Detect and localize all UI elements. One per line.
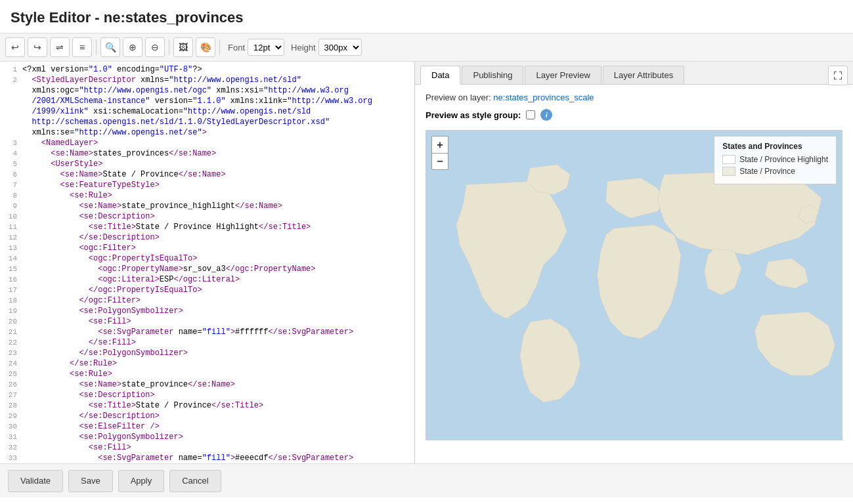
undo-button[interactable]: ↩ [5, 37, 25, 57]
zoom-out-map-button[interactable]: − [431, 153, 448, 170]
code-line: 22 </se:Fill> [0, 337, 414, 348]
zoom-in-button[interactable]: ⊕ [123, 37, 142, 57]
code-line: 3 <NamedLayer> [0, 138, 414, 148]
cancel-button[interactable]: Cancel [169, 470, 221, 492]
separator-3 [219, 39, 220, 55]
code-line: 32 <se:Fill> [0, 442, 414, 453]
validate-button[interactable]: Validate [8, 470, 63, 492]
separator-1 [96, 39, 97, 55]
style-group-checkbox[interactable] [526, 110, 535, 119]
preview-panel: Data Publishing Layer Preview Layer Attr… [415, 62, 853, 463]
style-group-label: Preview as style group: [426, 110, 521, 120]
code-line: xmlns:se="http://www.opengis.net/se"> [0, 127, 414, 138]
code-line: 31 <se:PolygonSymbolizer> [0, 432, 414, 442]
legend-label-highlight: State / Province Highlight [739, 155, 828, 164]
footer-bar: Validate Save Apply Cancel [0, 463, 853, 497]
fullscreen-icon [833, 71, 842, 80]
code-line: 24 </se:Rule> [0, 358, 414, 369]
toolbar: ↩ ↪ ⇌ ≡ 🔍 ⊕ ⊖ 🖼 🎨 Font 12pt 10pt 14pt He… [0, 33, 853, 62]
tab-bar-wrapper: Data Publishing Layer Preview Layer Attr… [415, 62, 853, 85]
legend-swatch-highlight [722, 155, 735, 164]
height-label: Height [291, 43, 316, 52]
layer-link[interactable]: ne:states_provinces_scale [493, 93, 594, 102]
code-line: 28 <se:Title>State / Province</se:Title> [0, 400, 414, 411]
legend-swatch-province [722, 167, 735, 176]
code-line: 6 <se:Name>State / Province</se:Name> [0, 169, 414, 180]
code-line: 29 </se:Description> [0, 411, 414, 421]
code-line: 19 <se:PolygonSymbolizer> [0, 306, 414, 316]
code-line: 20 <se:Fill> [0, 316, 414, 327]
tab-content: Preview on layer: ne:states_provinces_sc… [415, 85, 853, 463]
code-line: 30 <se:ElseFilter /> [0, 421, 414, 432]
code-line: xmlns:ogc="http://www.opengis.net/ogc" x… [0, 85, 414, 96]
code-line: 8 <se:Rule> [0, 190, 414, 201]
format-button[interactable]: ⇌ [50, 37, 70, 57]
code-line: 13 <ogc:Filter> [0, 243, 414, 253]
font-label: Font [228, 43, 245, 52]
svg-rect-7 [841, 77, 842, 79]
legend-label-province: State / Province [739, 167, 795, 176]
search-button[interactable]: 🔍 [100, 37, 120, 57]
legend-title: States and Provinces [722, 142, 828, 151]
page-title: Style Editor - ne:states_provinces [0, 0, 853, 33]
code-line: 10 <se:Description> [0, 211, 414, 222]
zoom-in-map-button[interactable]: + [431, 136, 448, 153]
code-line: 4 <se:Name>states_provinces</se:Name> [0, 148, 414, 159]
save-button[interactable]: Save [68, 470, 113, 492]
legend-item-province: State / Province [722, 167, 828, 176]
code-line: 18 </ogc:Filter> [0, 295, 414, 306]
editor-panel: 1 <?xml version="1.0" encoding="UTF-8"?>… [0, 62, 415, 463]
apply-button[interactable]: Apply [118, 470, 165, 492]
code-line: 17 </ogc:PropertyIsEqualTo> [0, 285, 414, 295]
tab-bar: Data Publishing Layer Preview Layer Attr… [415, 62, 853, 85]
font-select[interactable]: 12pt 10pt 14pt [248, 39, 284, 56]
map-container[interactable]: + − States and Provinces State / Provinc… [426, 130, 842, 440]
redo-button[interactable]: ↪ [28, 37, 47, 57]
code-line: 12 </se:Description> [0, 232, 414, 243]
code-line: /1999/xlink" xsi:schemaLocation="http://… [0, 106, 414, 117]
list-button[interactable]: ≡ [72, 37, 92, 57]
code-line: 27 <se:Description> [0, 390, 414, 400]
code-line: 16 <ogc:Literal>ESP</ogc:Literal> [0, 274, 414, 285]
zoom-out-button[interactable]: ⊖ [145, 37, 165, 57]
map-zoom-controls: + − [431, 136, 448, 170]
code-line: 23 </se:PolygonSymbolizer> [0, 348, 414, 358]
code-line: 5 <UserStyle> [0, 159, 414, 169]
preview-layer-label: Preview on layer: ne:states_provinces_sc… [426, 93, 842, 102]
code-line: 1 <?xml version="1.0" encoding="UTF-8"?> [0, 64, 414, 75]
code-line: 7 <se:FeatureTypeStyle> [0, 180, 414, 190]
code-line: 25 <se:Rule> [0, 369, 414, 379]
code-line: 9 <se:Name>state_province_highlight</se:… [0, 201, 414, 211]
code-line: 33 <se:SvgParameter name="fill">#eeecdf<… [0, 453, 414, 463]
code-line: 11 <se:Title>State / Province Highlight<… [0, 222, 414, 232]
svg-rect-1 [834, 72, 835, 74]
code-line: 2 <StyledLayerDescriptor xmlns="http://w… [0, 75, 414, 85]
code-line: 14 <ogc:PropertyIsEqualTo> [0, 253, 414, 264]
code-area[interactable]: 1 <?xml version="1.0" encoding="UTF-8"?>… [0, 62, 414, 463]
main-area: 1 <?xml version="1.0" encoding="UTF-8"?>… [0, 62, 853, 463]
code-line: 15 <ogc:PropertyName>sr_sov_a3</ogc:Prop… [0, 264, 414, 274]
fullscreen-button[interactable] [828, 66, 848, 85]
tab-publishing[interactable]: Publishing [462, 66, 523, 84]
code-line: /2001/XMLSchema-instance" version="1.1.0… [0, 96, 414, 106]
tab-data[interactable]: Data [420, 66, 460, 85]
legend-item-highlight: State / Province Highlight [722, 155, 828, 164]
code-line: 21 <se:SvgParameter name="fill">#ffffff<… [0, 327, 414, 337]
separator-2 [169, 39, 169, 55]
tab-layer-preview[interactable]: Layer Preview [525, 66, 601, 84]
svg-rect-5 [834, 77, 835, 79]
palette-button[interactable]: 🎨 [196, 37, 215, 57]
tab-layer-attributes[interactable]: Layer Attributes [603, 66, 684, 84]
style-group-row: Preview as style group: i [426, 109, 842, 121]
image-button[interactable]: 🖼 [173, 37, 193, 57]
svg-rect-3 [841, 72, 842, 74]
code-line: 26 <se:Name>state_province</se:Name> [0, 379, 414, 390]
info-icon[interactable]: i [540, 109, 552, 121]
code-line: http://schemas.opengis.net/sld/1.1.0/Sty… [0, 117, 414, 127]
map-legend: States and Provinces State / Province Hi… [714, 136, 837, 184]
height-select[interactable]: 300px 400px 500px [318, 39, 362, 56]
